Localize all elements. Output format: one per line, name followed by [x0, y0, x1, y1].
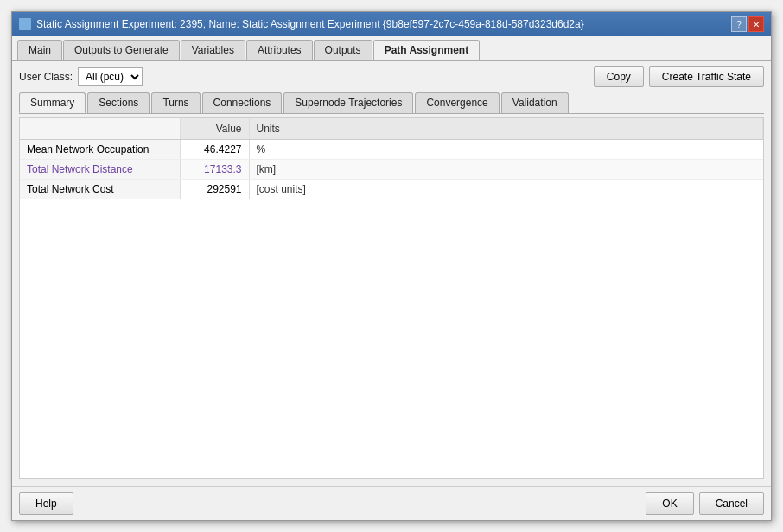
col-header-name	[20, 118, 180, 140]
create-traffic-state-button[interactable]: Create Traffic State	[649, 66, 764, 87]
subtab-supernode-trajectories[interactable]: Supernode Trajectories	[283, 92, 413, 113]
table-row: Mean Network Occupation46.4227%	[20, 140, 763, 160]
subtab-summary[interactable]: Summary	[19, 92, 86, 113]
tab-main[interactable]: Main	[17, 40, 62, 60]
row-label: Mean Network Occupation	[20, 140, 180, 160]
tab-variables[interactable]: Variables	[181, 40, 245, 60]
ok-button[interactable]: OK	[646, 492, 693, 515]
user-class-label: User Class:	[19, 71, 73, 83]
row-value: 46.4227	[180, 140, 249, 160]
cancel-button[interactable]: Cancel	[699, 492, 764, 515]
tab-outputs[interactable]: Outputs	[314, 40, 372, 60]
subtab-sections[interactable]: Sections	[87, 92, 150, 113]
content-area: Summary Sections Turns Connections Super…	[12, 92, 771, 486]
row-units: %	[249, 140, 763, 160]
row-label-link[interactable]: Total Network Distance	[27, 163, 133, 175]
row-value[interactable]: 17133.3	[180, 160, 249, 180]
subtab-connections[interactable]: Connections	[202, 92, 283, 113]
col-header-value: Value	[180, 118, 249, 140]
bottom-right-buttons: OK Cancel	[646, 492, 764, 515]
help-title-button[interactable]: ?	[731, 16, 747, 32]
bottom-bar: Help OK Cancel	[12, 486, 771, 520]
app-icon	[19, 18, 31, 30]
subtab-turns[interactable]: Turns	[151, 92, 200, 113]
toolbar-right: Copy Create Traffic State	[594, 66, 764, 87]
user-class-select[interactable]: All (pcu)	[78, 67, 143, 86]
close-title-button[interactable]: ✕	[748, 16, 764, 32]
title-text: Static Assignment Experiment: 2395, Name…	[36, 18, 584, 30]
sub-tabs: Summary Sections Turns Connections Super…	[19, 92, 764, 114]
subtab-convergence[interactable]: Convergence	[415, 92, 499, 113]
title-bar-buttons: ? ✕	[731, 16, 764, 32]
row-units: [km]	[249, 160, 763, 180]
table-row: Total Network Cost292591[cost units]	[20, 180, 763, 200]
toolbar-left: User Class: All (pcu)	[19, 67, 143, 86]
toolbar: User Class: All (pcu) Copy Create Traffi…	[12, 61, 771, 92]
row-units: [cost units]	[249, 180, 763, 200]
row-label[interactable]: Total Network Distance	[20, 160, 180, 180]
row-value-link[interactable]: 17133.3	[204, 163, 241, 175]
col-header-units: Units	[249, 118, 763, 140]
tab-attributes[interactable]: Attributes	[246, 40, 313, 60]
subtab-validation[interactable]: Validation	[501, 92, 569, 113]
main-tabs: Main Outputs to Generate Variables Attri…	[12, 36, 771, 61]
title-bar: Static Assignment Experiment: 2395, Name…	[12, 12, 771, 36]
copy-button[interactable]: Copy	[594, 66, 644, 87]
title-bar-left: Static Assignment Experiment: 2395, Name…	[19, 18, 584, 30]
row-value: 292591	[180, 180, 249, 200]
row-label: Total Network Cost	[20, 180, 180, 200]
data-table-container: Value Units Mean Network Occupation46.42…	[19, 117, 764, 479]
dialog: Static Assignment Experiment: 2395, Name…	[11, 11, 772, 521]
help-button[interactable]: Help	[19, 492, 73, 515]
summary-table: Value Units Mean Network Occupation46.42…	[20, 118, 763, 200]
tab-outputs-to-generate[interactable]: Outputs to Generate	[63, 40, 180, 60]
table-row: Total Network Distance17133.3[km]	[20, 160, 763, 180]
tab-path-assignment[interactable]: Path Assignment	[373, 40, 481, 60]
